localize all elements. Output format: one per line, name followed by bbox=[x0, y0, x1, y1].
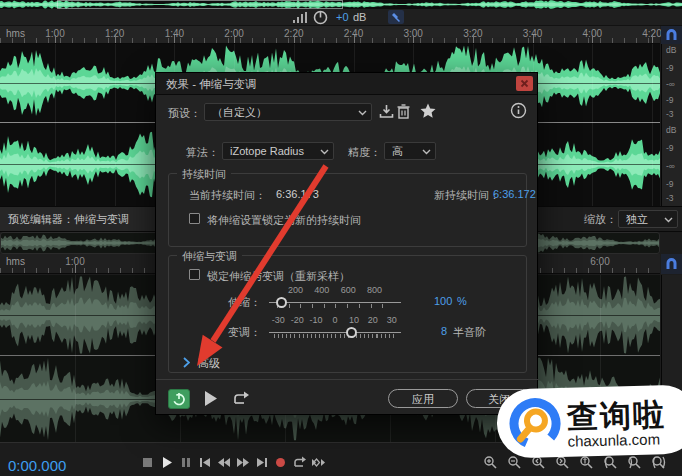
stretch-unit: % bbox=[457, 295, 467, 307]
ruler-tick bbox=[174, 35, 175, 43]
dialog-close-button[interactable] bbox=[516, 76, 533, 91]
slider-tick-label: 30 bbox=[387, 315, 397, 325]
lock-duration-checkbox[interactable] bbox=[189, 213, 200, 224]
info-icon[interactable] bbox=[510, 102, 527, 119]
loop-preview-icon[interactable] bbox=[232, 390, 250, 407]
ruler-tick bbox=[413, 35, 414, 43]
precision-label: 精度： bbox=[348, 145, 381, 160]
precision-value: 高 bbox=[392, 145, 403, 157]
algorithm-label: 算法： bbox=[186, 145, 219, 160]
amplitude-ruler-label: dB bbox=[666, 46, 676, 54]
amplitude-ruler-label: -∞ bbox=[666, 80, 675, 88]
new-duration-value[interactable]: 6:36.172 bbox=[493, 188, 536, 200]
ruler-tick bbox=[354, 35, 355, 43]
watermark-logo-icon bbox=[506, 395, 563, 452]
magnet-button[interactable] bbox=[661, 26, 682, 44]
preset-value: （自定义） bbox=[212, 106, 267, 118]
preview-zoom-select[interactable]: 独立 bbox=[618, 210, 678, 228]
slider-tick-label: 20 bbox=[368, 315, 378, 325]
watermark-domain: chaxunla.com bbox=[567, 430, 660, 449]
preview-title: 预览编辑器：伸缩与变调 bbox=[8, 212, 129, 227]
stretch-pitch-group-title: 伸缩与变调 bbox=[177, 249, 242, 264]
rewind-icon[interactable] bbox=[216, 455, 232, 471]
zoom-in-icon[interactable] bbox=[483, 455, 499, 471]
main-timeline-ruler[interactable]: hms 1:001:201:402:002:202:403:003:203:40… bbox=[0, 26, 660, 44]
ruler-tick bbox=[294, 35, 295, 43]
advanced-label[interactable]: 高级 bbox=[198, 356, 220, 371]
lock-stretch-pitch-checkbox-label: 锁定伸缩与变调（重新采样） bbox=[207, 269, 350, 284]
stop-icon[interactable] bbox=[140, 455, 156, 471]
skip-selection-icon[interactable] bbox=[311, 455, 327, 471]
selection-time[interactable]: 0:00.000 bbox=[8, 457, 66, 474]
pitch-value[interactable]: 8 bbox=[441, 325, 447, 337]
effect-dialog: 效果 - 伸缩与变调 预设： （自定义） bbox=[155, 72, 538, 415]
pause-icon[interactable] bbox=[178, 455, 194, 471]
delete-preset-icon[interactable] bbox=[396, 103, 411, 120]
precision-select[interactable]: 高 bbox=[384, 142, 436, 160]
preview-play-icon[interactable] bbox=[204, 391, 217, 406]
zoom-sel-right-icon[interactable] bbox=[627, 455, 643, 471]
lock-duration-checkbox-label: 将伸缩设置锁定为新的持续时间 bbox=[207, 213, 361, 228]
lock-stretch-pitch-checkbox[interactable] bbox=[189, 269, 200, 280]
save-preset-icon[interactable] bbox=[378, 103, 395, 120]
stretch-tick-labels: 200400600800 bbox=[269, 285, 401, 295]
overview-selection-box[interactable] bbox=[57, 0, 343, 9]
play-icon[interactable] bbox=[159, 455, 175, 471]
amplitude-ruler-label: -9 bbox=[666, 96, 674, 104]
slider-tick-label: 800 bbox=[367, 285, 382, 295]
power-toggle-icon bbox=[169, 390, 189, 408]
slider-tick-label: 200 bbox=[288, 285, 303, 295]
amplitude-ruler[interactable]: dB-9-∞-9-3dB-9-∞-9-3 bbox=[661, 44, 682, 206]
pitch-unit: 半音阶 bbox=[453, 325, 486, 340]
slider-tick-label: 10 bbox=[349, 315, 359, 325]
slider-tick-label: -10 bbox=[310, 315, 323, 325]
fast-forward-icon[interactable] bbox=[235, 455, 251, 471]
slider-tick-label: 400 bbox=[314, 285, 329, 295]
knob-icon[interactable] bbox=[313, 10, 328, 25]
hud-gain-unit: dB bbox=[353, 11, 366, 23]
pin-icon bbox=[388, 10, 404, 24]
apply-button[interactable]: 应用 bbox=[388, 389, 458, 408]
amplitude-ruler-label: -3 bbox=[666, 110, 674, 118]
zoom-sel-left-icon[interactable] bbox=[603, 455, 619, 471]
preview-zoom-value: 独立 bbox=[626, 213, 648, 225]
zoom-amplitude-icon[interactable] bbox=[579, 455, 595, 471]
algorithm-select[interactable]: iZotope Radius bbox=[222, 142, 334, 160]
ruler-tick bbox=[652, 35, 653, 43]
amplitude-ruler-label: -9 bbox=[666, 64, 674, 72]
zoom-out-icon[interactable] bbox=[507, 455, 523, 471]
watermark: 查询啦 chaxunla.com bbox=[496, 384, 682, 458]
skip-end-icon[interactable] bbox=[254, 455, 270, 471]
preset-label: 预设： bbox=[168, 106, 201, 121]
preview-magnet-button[interactable] bbox=[661, 254, 682, 274]
pitch-label: 变调： bbox=[228, 325, 261, 340]
ruler-tick bbox=[115, 35, 116, 43]
ruler-tick bbox=[75, 265, 76, 273]
zoom-in-right-icon[interactable] bbox=[555, 455, 571, 471]
skip-start-icon[interactable] bbox=[197, 455, 213, 471]
zoom-selection-icon[interactable] bbox=[651, 455, 667, 471]
power-toggle-button[interactable] bbox=[168, 389, 190, 409]
record-icon[interactable] bbox=[273, 455, 289, 471]
app-window: +0 dB hms 1:001:201:402:002:202:403:003:… bbox=[0, 0, 682, 476]
amplitude-ruler-label: dB bbox=[666, 126, 676, 134]
slider-tick-label: 0 bbox=[332, 315, 337, 325]
stretch-slider-track[interactable] bbox=[269, 302, 401, 303]
advanced-chevron-icon[interactable] bbox=[183, 357, 190, 368]
ruler-tick bbox=[592, 35, 593, 43]
dialog-titlebar[interactable]: 效果 - 伸缩与变调 bbox=[156, 73, 537, 95]
chevron-down-icon bbox=[664, 217, 673, 223]
ruler-tick bbox=[234, 35, 235, 43]
pin-button[interactable] bbox=[388, 10, 404, 24]
current-duration-label: 当前持续时间： bbox=[189, 188, 266, 203]
stretch-value[interactable]: 100 bbox=[434, 295, 452, 307]
preset-select[interactable]: （自定义） bbox=[204, 103, 372, 121]
favorite-star-icon[interactable] bbox=[419, 102, 437, 120]
dialog-separator bbox=[156, 379, 539, 380]
pitch-slider-track[interactable] bbox=[269, 332, 401, 333]
transport-controls bbox=[140, 455, 340, 471]
chevron-down-icon bbox=[320, 149, 329, 155]
loop-icon[interactable] bbox=[292, 455, 308, 471]
hud-gain-value[interactable]: +0 bbox=[336, 11, 349, 23]
duration-group-title: 持续时间 bbox=[177, 167, 231, 182]
